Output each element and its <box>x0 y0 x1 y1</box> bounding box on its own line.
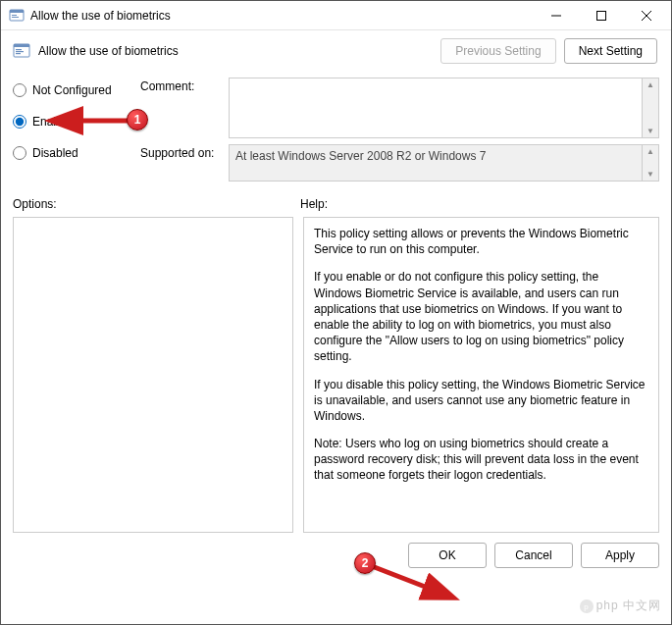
watermark: p php 中文网 <box>579 598 661 614</box>
watermark-icon: p <box>579 599 594 614</box>
help-paragraph: If you disable this policy setting, the … <box>314 377 648 425</box>
svg-rect-9 <box>14 44 29 47</box>
svg-text:p: p <box>584 602 589 611</box>
radio-enabled[interactable]: Enabled <box>13 115 130 129</box>
next-setting-button[interactable]: Next Setting <box>564 38 657 64</box>
radio-input-enabled[interactable] <box>13 115 26 129</box>
policy-title: Allow the use of biometrics <box>38 44 440 58</box>
radio-input-not-configured[interactable] <box>13 83 26 97</box>
options-label: Options: <box>13 197 300 211</box>
scrollbar-stub[interactable]: ▲▼ <box>643 78 659 138</box>
apply-button[interactable]: Apply <box>581 543 659 568</box>
radio-label: Disabled <box>32 146 78 160</box>
radio-label: Enabled <box>32 115 76 129</box>
minimize-button[interactable] <box>534 1 579 30</box>
svg-rect-1 <box>10 10 24 13</box>
svg-rect-2 <box>12 15 17 16</box>
supported-on-label: Supported on: <box>140 144 229 160</box>
cancel-button[interactable]: Cancel <box>494 543 573 568</box>
scrollbar-stub[interactable]: ▲▼ <box>643 144 659 182</box>
svg-rect-11 <box>16 51 24 52</box>
help-label: Help: <box>300 197 659 211</box>
settings-area: Not Configured Enabled Disabled Comment:… <box>1 72 671 197</box>
comment-label: Comment: <box>140 78 229 93</box>
window-controls <box>534 1 669 30</box>
ok-button[interactable]: OK <box>408 543 487 568</box>
radio-disabled[interactable]: Disabled <box>13 146 130 160</box>
maximize-button[interactable] <box>579 1 624 30</box>
svg-rect-5 <box>597 11 606 20</box>
state-radio-group: Not Configured Enabled Disabled <box>13 78 130 187</box>
comment-textarea[interactable] <box>229 78 643 138</box>
help-pane[interactable]: This policy setting allows or prevents t… <box>303 217 659 533</box>
policy-icon <box>13 42 30 60</box>
svg-rect-10 <box>16 49 22 50</box>
close-button[interactable] <box>624 1 669 30</box>
svg-rect-12 <box>16 53 21 54</box>
radio-not-configured[interactable]: Not Configured <box>13 83 130 97</box>
help-paragraph: Note: Users who log on using biometrics … <box>314 436 648 484</box>
svg-rect-3 <box>12 17 19 18</box>
watermark-text: php 中文网 <box>596 599 661 612</box>
titlebar: Allow the use of biometrics <box>1 1 671 30</box>
window-title: Allow the use of biometrics <box>30 9 534 23</box>
dialog-footer: OK Cancel Apply <box>1 533 671 578</box>
options-pane[interactable] <box>13 217 293 533</box>
radio-label: Not Configured <box>32 83 112 97</box>
help-paragraph: If you enable or do not configure this p… <box>314 269 648 364</box>
supported-on-value: At least Windows Server 2008 R2 or Windo… <box>229 144 643 182</box>
policy-header: Allow the use of biometrics Previous Set… <box>1 30 671 72</box>
help-paragraph: This policy setting allows or prevents t… <box>314 226 648 257</box>
previous-setting-button[interactable]: Previous Setting <box>440 38 555 64</box>
radio-input-disabled[interactable] <box>13 146 26 160</box>
window-icon <box>9 8 25 24</box>
